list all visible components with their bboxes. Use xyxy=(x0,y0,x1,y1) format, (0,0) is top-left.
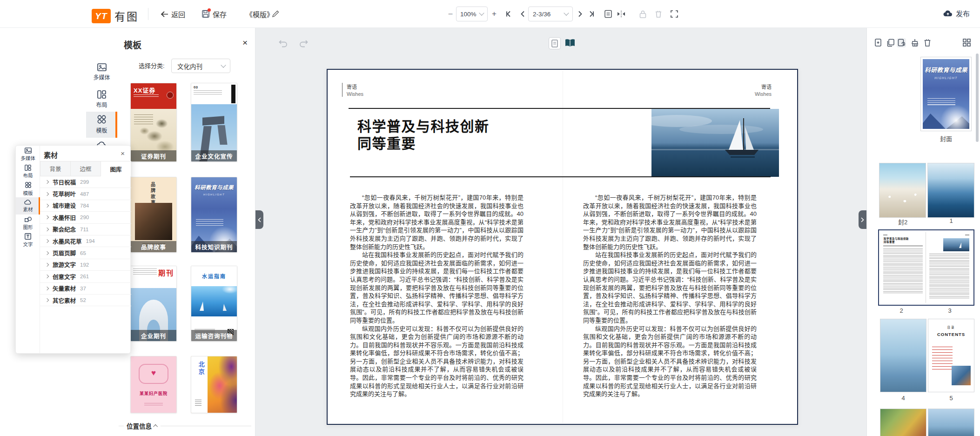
zoom-in-button[interactable]: + xyxy=(490,7,499,21)
media-icon xyxy=(97,63,107,71)
collapse-left-panel-handle[interactable] xyxy=(255,210,263,229)
asset-category-row[interactable]: 水墨风花草194 xyxy=(40,235,131,247)
asset-category-row[interactable]: 水墨怀旧290 xyxy=(40,212,131,223)
asset-category-count: 52 xyxy=(80,297,86,303)
prev-page-button[interactable] xyxy=(517,7,528,21)
first-page-button[interactable] xyxy=(503,7,514,21)
asset-category-name: 旅游文字 xyxy=(53,260,76,269)
tab-backgrounds[interactable]: 背景 xyxy=(40,161,71,176)
asset-category-row[interactable]: 页眉页脚65 xyxy=(40,247,131,259)
fullscreen-button[interactable] xyxy=(669,7,679,21)
publish-button[interactable]: 发布 xyxy=(943,8,970,18)
page-thumb-4[interactable] xyxy=(880,319,926,392)
template-card-label: 科技知识期刊 xyxy=(191,241,237,252)
expand-chevron-icon xyxy=(45,192,49,195)
layout-icon xyxy=(97,90,106,99)
delete-button[interactable] xyxy=(653,7,664,21)
template-card-hospital[interactable]: ♥ 某某妇产医院 xyxy=(130,356,177,413)
mini-page-3 xyxy=(926,232,972,303)
spread-view-button[interactable] xyxy=(564,37,576,49)
expand-chevron-icon xyxy=(45,263,49,267)
close-icon[interactable]: × xyxy=(242,38,248,47)
asset-category-row[interactable]: 旅游文字192 xyxy=(40,259,131,271)
asset-category-name: 矢量素材 xyxy=(53,284,76,293)
duplicate-page-icon[interactable] xyxy=(886,39,895,47)
page-thumb-spread-selected[interactable]: 科学普及与科技创新 同等重要 xyxy=(878,229,974,306)
page-thumb-6[interactable] xyxy=(880,409,926,436)
template-card-enterprise-journal[interactable]: 期刊 企业期刊 xyxy=(130,266,177,342)
tab-borders[interactable]: 边框 xyxy=(71,161,101,176)
single-page-view-button[interactable] xyxy=(549,37,561,49)
position-info-section-header[interactable]: 位置信息 xyxy=(117,421,255,430)
redo-button[interactable] xyxy=(299,39,309,48)
trash-icon[interactable] xyxy=(924,39,932,47)
page-text-column-left[interactable]: “忽如一夜春风来，千树万树梨花开”，建国70年来，特别是改革开放以来，随着我国经… xyxy=(350,194,524,398)
grid-view-icon[interactable] xyxy=(963,39,971,47)
add-page-icon[interactable] xyxy=(874,39,883,47)
asset-category-row[interactable]: 城市建设784 xyxy=(40,200,131,212)
rail-item-template[interactable]: 模板 xyxy=(86,112,117,138)
category-select[interactable]: 文化内刊 xyxy=(171,59,230,73)
expand-chevron-icon xyxy=(45,239,49,243)
page-text-column-right[interactable]: “忽如一夜春风来，千树万树梨花开”，建国70年来，特别是改革开放以来，随着我国经… xyxy=(583,194,757,398)
rail-item-layout[interactable]: 布局 xyxy=(86,87,117,108)
rename-pencil-icon[interactable] xyxy=(272,10,279,17)
tab-gallery[interactable]: 图库 xyxy=(101,161,131,176)
asset-category-name: 聚会纪念 xyxy=(53,225,76,234)
page-thumb-7[interactable] xyxy=(928,409,974,436)
template-card-shipping[interactable]: 水运指南 运输咨询刊物 xyxy=(191,266,237,342)
replace-page-icon[interactable] xyxy=(897,38,906,47)
asset-category-row[interactable]: 矢量素材37 xyxy=(40,283,131,295)
page-manager-button[interactable] xyxy=(603,7,613,21)
page-select[interactable]: 2-3/36 xyxy=(528,7,573,21)
rail-item-template[interactable]: 模版 xyxy=(16,180,40,197)
brand-name: 有图 xyxy=(114,8,139,24)
template-panel: 模板 × 选择分类: 文化内刊 XX证券 证券期刊 03 xyxy=(117,28,255,436)
asset-category-row[interactable]: 其它素材52 xyxy=(40,295,131,306)
template-card-brand-story[interactable]: 品牌故事 品牌故事 xyxy=(130,177,177,253)
page-thumb-1[interactable] xyxy=(927,163,974,218)
collapse-right-panel-handle[interactable] xyxy=(859,210,866,229)
template-card-beijing[interactable]: 北京 xyxy=(191,356,237,413)
template-panel-title: 模板 xyxy=(124,38,141,51)
sidebar-scrollbar[interactable] xyxy=(976,54,979,142)
page-thumb-label: 4 xyxy=(880,395,926,402)
page-thumb-cover[interactable]: 科研教育与成果 HIGHLIGHT xyxy=(920,57,972,131)
page-spread[interactable]: 寄语 Wishes 寄语 Wishes 科学普及与科技创新 同等重要 xyxy=(327,69,798,425)
facing-pages-button[interactable] xyxy=(616,7,626,21)
cover-securities: XX证券 xyxy=(131,83,176,161)
save-icon xyxy=(201,10,210,18)
rail-item-shapes[interactable]: 图形 xyxy=(16,215,40,232)
sailboat-photo[interactable] xyxy=(651,109,779,177)
asset-category-row[interactable]: 聚会纪念711 xyxy=(40,224,131,235)
rail-item-text[interactable]: 文字 xyxy=(16,232,40,249)
zoom-select[interactable]: 100% xyxy=(456,7,488,21)
zoom-out-button[interactable]: − xyxy=(446,7,455,21)
asset-category-row[interactable]: 花草树叶487 xyxy=(40,188,131,200)
template-card-label: 企业期刊 xyxy=(131,330,176,341)
next-page-button[interactable] xyxy=(575,7,585,21)
clear-pages-icon[interactable] xyxy=(911,39,919,47)
rail-item-layout[interactable]: 布局 xyxy=(16,163,40,180)
back-button[interactable]: 返回 xyxy=(161,8,185,20)
page-thumb-cover2[interactable] xyxy=(879,163,926,218)
last-page-button[interactable] xyxy=(586,7,597,21)
eyebrow-text-right[interactable]: 寄语 Wishes xyxy=(755,83,772,97)
asset-category-row[interactable]: 创意文字261 xyxy=(40,271,131,282)
template-card-tech-journal[interactable]: 科研教育与成果 HIGHLIGHT 科技知识期刊 xyxy=(191,177,237,253)
asset-category-row[interactable]: 节日祝福299 xyxy=(40,176,131,188)
article-headline[interactable]: 科学普及与科技创新 同等重要 xyxy=(357,118,490,152)
template-card-corporate-culture[interactable]: 03 企业文化宣传 xyxy=(191,83,237,162)
rail-item-media[interactable]: 多媒体 xyxy=(86,60,117,82)
save-button[interactable]: 保存 xyxy=(201,8,227,20)
page-thumb-5[interactable]: 目录 CONTENTS xyxy=(928,319,974,392)
undo-button[interactable] xyxy=(278,39,288,48)
lock-button[interactable] xyxy=(638,7,648,21)
rail-item-media[interactable]: 多媒体 xyxy=(16,146,40,163)
template-card-securities[interactable]: XX证券 证券期刊 xyxy=(130,83,177,162)
page-thumb-label: 1 xyxy=(928,217,974,224)
rail-item-assets[interactable]: 素材 xyxy=(16,197,40,215)
template-card-label: 证券期刊 xyxy=(131,150,176,161)
eyebrow-text-left[interactable]: 寄语 Wishes xyxy=(342,83,363,97)
close-icon[interactable]: × xyxy=(121,150,125,157)
